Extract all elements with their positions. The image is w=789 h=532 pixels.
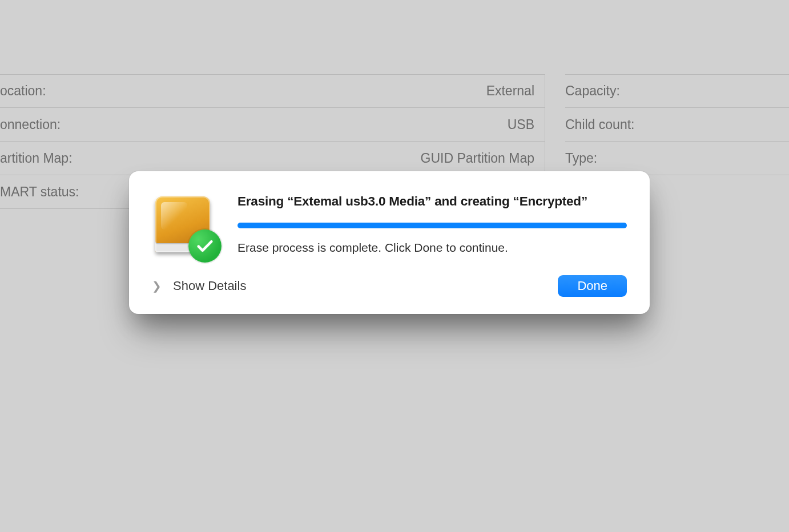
dialog-title: Erasing “Extemal usb3.0 Media” and creat… (237, 193, 627, 210)
info-row-partition-map: artition Map: GUID Partition Map (0, 142, 545, 175)
info-label: onnection: (0, 117, 508, 132)
info-label: Type: (565, 151, 789, 166)
info-row-connection: onnection: USB (0, 108, 545, 142)
info-label: Child count: (565, 117, 789, 132)
info-label: artition Map: (0, 151, 421, 166)
erase-progress-bar (237, 223, 627, 228)
dialog-footer: ❯ Show Details Done (152, 275, 627, 297)
info-label: ocation: (0, 83, 486, 99)
drive-success-icon (152, 193, 218, 259)
show-details-label: Show Details (173, 279, 246, 293)
dialog-text: Erasing “Extemal usb3.0 Media” and creat… (237, 193, 627, 259)
dialog-status-text: Erase process is complete. Click Done to… (237, 241, 627, 255)
checkmark-icon (195, 236, 215, 256)
info-row-child-count: Child count: (565, 108, 789, 142)
chevron-right-icon: ❯ (152, 279, 162, 293)
info-row-capacity: Capacity: (565, 74, 789, 108)
checkmark-badge-icon (188, 229, 222, 263)
info-value: GUID Partition Map (421, 151, 534, 166)
info-label: Capacity: (565, 83, 789, 99)
show-details-button[interactable]: ❯ Show Details (152, 279, 246, 293)
done-button[interactable]: Done (558, 275, 627, 297)
info-row-location: ocation: External (0, 74, 545, 108)
info-row-type: Type: (565, 142, 789, 175)
info-value: External (486, 83, 534, 99)
dialog-body: Erasing “Extemal usb3.0 Media” and creat… (152, 193, 627, 259)
erase-complete-dialog: Erasing “Extemal usb3.0 Media” and creat… (129, 171, 650, 314)
info-value: USB (508, 117, 534, 132)
